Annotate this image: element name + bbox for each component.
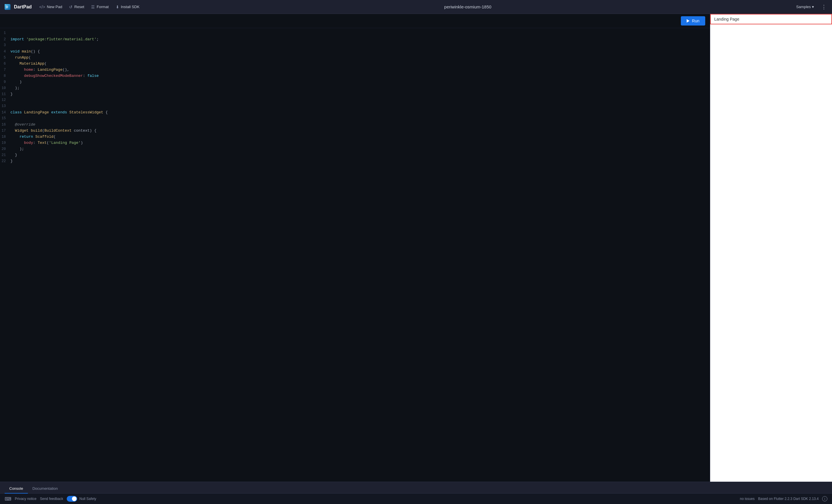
install-sdk-button[interactable]: ⬇ Install SDK (113, 3, 142, 11)
dartpad-logo-icon: D (3, 3, 11, 11)
code-line: 8 debugShowCheckedModeBanner: false (0, 73, 710, 79)
more-options-button[interactable]: ⋮ (819, 2, 829, 11)
code-line: 19 body: Text('Landing Page') (0, 140, 710, 146)
null-safety-label: Null Safety (79, 497, 96, 501)
reset-icon: ↺ (69, 5, 73, 9)
reset-button[interactable]: ↺ Reset (66, 3, 87, 11)
output-panel: Landing Page (710, 14, 832, 482)
chevron-down-icon: ▾ (812, 5, 814, 9)
status-bar: ⌨ Privacy notice Send feedback Null Safe… (0, 494, 832, 504)
run-icon (687, 19, 690, 23)
null-safety-track[interactable] (67, 496, 77, 502)
code-line: 6 MaterialApp( (0, 61, 710, 67)
bottom-tabs: Console Documentation (0, 482, 832, 494)
info-icon[interactable]: i (822, 496, 827, 501)
code-line: 2 import 'package:flutter/material.dart'… (0, 36, 710, 43)
status-right: no issues Based on Flutter 2.2.3 Dart SD… (740, 496, 827, 501)
samples-button[interactable]: Samples ▾ (793, 3, 817, 11)
status-flutter-info: Based on Flutter 2.2.3 Dart SDK 2.13.4 (758, 497, 818, 501)
code-line: 10 ); (0, 85, 710, 91)
code-line: 1 (0, 30, 710, 36)
format-button[interactable]: ☰ Format (88, 3, 111, 11)
status-left: ⌨ Privacy notice Send feedback Null Safe… (5, 496, 96, 502)
output-content: Landing Page (710, 14, 832, 482)
code-line: 7 home: LandingPage(), (0, 67, 710, 73)
brand-name: DartPad (14, 4, 32, 9)
code-line: 15 (0, 116, 710, 122)
code-line: 3 (0, 43, 710, 49)
tab-documentation[interactable]: Documentation (28, 484, 62, 494)
code-line: 18 return Scaffold( (0, 134, 710, 140)
code-line: 22 } (0, 158, 710, 164)
tab-console[interactable]: Console (5, 484, 28, 494)
brand: D DartPad (3, 3, 32, 11)
run-button[interactable]: Run (681, 16, 705, 26)
svg-text:D: D (6, 5, 8, 9)
code-line: 11 } (0, 91, 710, 98)
null-safety-toggle[interactable]: Null Safety (67, 496, 96, 502)
code-line: 14 class LandingPage extends StatelessWi… (0, 110, 710, 116)
keyboard-icon[interactable]: ⌨ (5, 496, 11, 502)
main-content: Run 1 2 import 'package:flutter/material… (0, 14, 832, 482)
output-widget: Landing Page (710, 14, 832, 24)
navbar-right: Samples ▾ ⋮ (793, 2, 829, 11)
new-pad-button[interactable]: </> New Pad (36, 3, 65, 11)
pad-title: periwinkle-osmium-1850 (144, 4, 792, 9)
privacy-notice-link[interactable]: Privacy notice (15, 497, 36, 501)
editor-panel: Run 1 2 import 'package:flutter/material… (0, 14, 710, 482)
code-line: 4 void main() { (0, 49, 710, 55)
bottom-panel: Console Documentation ⌨ Privacy notice S… (0, 482, 832, 504)
code-line: 20 ); (0, 146, 710, 152)
code-line: 12 (0, 98, 710, 104)
code-line: 17 Widget build(BuildContext context) { (0, 128, 710, 134)
editor-toolbar: Run (0, 14, 710, 28)
code-line: 5 runApp( (0, 55, 710, 61)
status-issues: no issues (740, 497, 755, 501)
code-editor[interactable]: 1 2 import 'package:flutter/material.dar… (0, 28, 710, 482)
send-feedback-link[interactable]: Send feedback (40, 497, 63, 501)
code-line: 9 ) (0, 79, 710, 85)
null-safety-thumb (72, 497, 77, 501)
code-line: 21 } (0, 152, 710, 158)
format-icon: ☰ (91, 5, 95, 9)
new-pad-icon: </> (39, 5, 45, 9)
code-line: 13 (0, 104, 710, 110)
install-sdk-icon: ⬇ (116, 5, 119, 9)
navbar: D DartPad </> New Pad ↺ Reset ☰ Format ⬇… (0, 0, 832, 14)
code-line: 16 @override (0, 122, 710, 128)
